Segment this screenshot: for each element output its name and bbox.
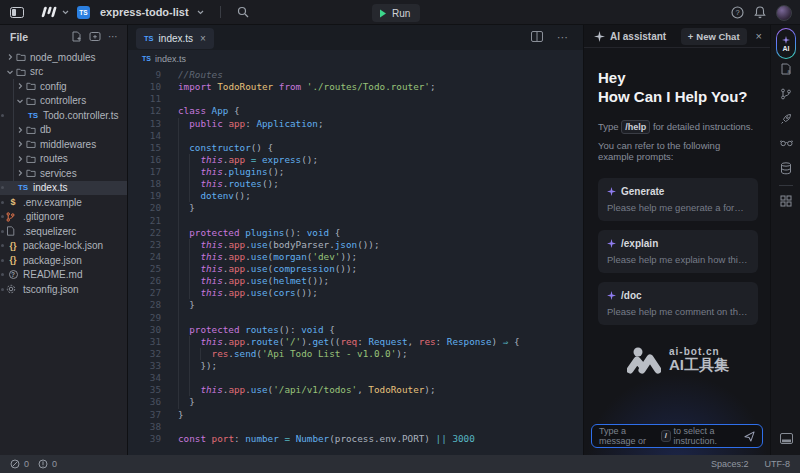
prompt-description: Please help me generate a form code.	[607, 202, 749, 213]
user-avatar[interactable]	[776, 5, 792, 21]
search-icon[interactable]	[237, 6, 249, 18]
project-ts-badge: TS	[77, 6, 90, 19]
tree-item-package.json[interactable]: {}package.json	[0, 253, 127, 268]
tree-item-Todo.controller.ts[interactable]: TSTodo.controller.ts	[0, 108, 127, 123]
new-file-icon[interactable]	[71, 31, 82, 42]
chat-input[interactable]: Type a message or / to select a instruct…	[591, 424, 763, 448]
prompt-card-explain[interactable]: /explainPlease help me explain how this …	[598, 230, 758, 273]
tree-item-label: index.ts	[33, 182, 67, 193]
split-editor-icon[interactable]	[531, 31, 543, 44]
breadcrumb[interactable]: TS index.ts	[128, 50, 583, 67]
problems-indicator[interactable]: 0 0	[10, 459, 57, 469]
tree-item-.sequelizerc[interactable]: .sequelizerc	[0, 224, 127, 239]
help-icon[interactable]: ?	[731, 6, 744, 19]
tree-item-package-lock.json[interactable]: {}package-lock.json	[0, 239, 127, 254]
tab-label: index.ts	[159, 33, 193, 44]
line-number: 22	[128, 227, 161, 239]
close-panel-icon[interactable]: ×	[756, 30, 762, 42]
new-folder-icon[interactable]	[89, 31, 101, 42]
git-icon	[6, 212, 20, 222]
ai-panel-header: AI assistant + New Chat ×	[584, 25, 770, 48]
project-name[interactable]: express-todo-list	[100, 6, 189, 18]
tree-item-label: middlewares	[40, 139, 96, 150]
tree-item-label: .gitignore	[23, 211, 64, 222]
code-line: 17this.plugins();	[128, 166, 583, 178]
toggle-bottom-panel-icon[interactable]	[771, 433, 800, 444]
source-control-icon[interactable]	[771, 88, 800, 100]
ai-assistant-rail-button[interactable]: AI	[776, 28, 796, 59]
refer-hint: You can refer to the following example p…	[598, 140, 758, 162]
database-icon[interactable]	[771, 162, 800, 175]
line-number: 17	[128, 166, 161, 178]
editor-more-icon[interactable]: ⋯	[557, 31, 569, 44]
divider	[220, 6, 221, 18]
line-number: 28	[128, 299, 161, 311]
chevron-right-icon	[6, 53, 14, 61]
tree-item-controllers[interactable]: controllers	[0, 94, 127, 109]
close-tab-icon[interactable]: ×	[200, 33, 206, 44]
prompt-card-Generate[interactable]: GeneratePlease help me generate a form c…	[598, 178, 758, 221]
svg-text:?: ?	[735, 8, 739, 17]
warnings-icon	[38, 459, 48, 469]
tree-item-src[interactable]: src	[0, 65, 127, 80]
code-line: 30protected routes(): void {	[128, 324, 583, 336]
indentation-setting[interactable]: Spaces:2	[711, 459, 749, 469]
code-line: 24this.app.use(morgan('dev'));	[128, 251, 583, 263]
notifications-bell-icon[interactable]	[754, 6, 766, 19]
tree-item-label: routes	[40, 153, 68, 164]
svg-text:a: a	[787, 68, 790, 74]
modified-dot	[1, 215, 4, 218]
tree-item-routes[interactable]: routes	[0, 152, 127, 167]
new-chat-button[interactable]: + New Chat	[681, 28, 747, 45]
ai-greeting: Hey How Can I Help You?	[598, 68, 758, 106]
modified-dot	[1, 186, 4, 189]
line-number: 21	[128, 215, 161, 227]
tree-item-label: package-lock.json	[23, 240, 103, 251]
right-activity-bar: AI a	[770, 25, 800, 455]
line-number: 24	[128, 251, 161, 263]
tree-item-index.ts[interactable]: TSindex.ts	[0, 181, 127, 196]
line-number: 36	[128, 396, 161, 408]
code-line: 33});	[128, 360, 583, 372]
prompt-description: Please help me comment on this code.	[607, 306, 749, 317]
modified-dot	[1, 230, 4, 233]
tree-item-db[interactable]: db	[0, 123, 127, 138]
divider	[779, 185, 793, 186]
tree-item-README.md[interactable]: ?README.md	[0, 268, 127, 283]
readme-icon: ?	[6, 270, 20, 279]
help-command-badge: /help	[621, 120, 650, 134]
tree-item-services[interactable]: services	[0, 166, 127, 181]
tree-item-node_modules[interactable]: node_modules	[0, 50, 127, 65]
chevron-right-icon	[16, 140, 24, 148]
line-number: 23	[128, 239, 161, 251]
preview-icon[interactable]	[771, 138, 800, 148]
toggle-sidebar-icon[interactable]	[10, 7, 24, 18]
project-chevron-icon[interactable]	[197, 10, 204, 15]
folder-icon	[26, 125, 36, 135]
file-tree: node_modulessrcconfigcontrollersTSTodo.c…	[0, 48, 127, 297]
tree-item-middlewares[interactable]: middlewares	[0, 137, 127, 152]
deploy-rocket-icon[interactable]	[771, 113, 800, 125]
sparkle-icon	[782, 36, 790, 44]
chevron-right-icon	[16, 82, 24, 90]
encoding-setting[interactable]: UTF-8	[765, 459, 791, 469]
code-area[interactable]: 9//Routes10import TodoRouter from './rou…	[128, 67, 583, 445]
run-button[interactable]: Run	[372, 4, 420, 22]
explorer-title: File	[10, 31, 71, 43]
prompt-card-doc[interactable]: /docPlease help me comment on this code.	[598, 282, 758, 325]
ts-file-icon: TS	[26, 111, 40, 120]
status-bar: 0 0 Spaces:2 UTF-8	[0, 455, 800, 473]
app-logo[interactable]	[40, 6, 69, 18]
docs-icon[interactable]: a	[771, 63, 800, 75]
tree-item-.env.example[interactable]: $.env.example	[0, 195, 127, 210]
tab-index-ts[interactable]: TS index.ts ×	[136, 28, 214, 49]
line-number: 34	[128, 372, 161, 384]
send-message-icon[interactable]	[744, 431, 755, 442]
code-line: 27this.app.use(cors());	[128, 287, 583, 299]
tree-item-.gitignore[interactable]: .gitignore	[0, 210, 127, 225]
apps-grid-icon[interactable]	[771, 195, 800, 207]
tree-item-config[interactable]: config	[0, 79, 127, 94]
explorer-more-icon[interactable]: ⋯	[108, 31, 119, 42]
slash-badge: /	[661, 430, 670, 442]
tree-item-tsconfig.json[interactable]: tsconfig.json	[0, 282, 127, 297]
